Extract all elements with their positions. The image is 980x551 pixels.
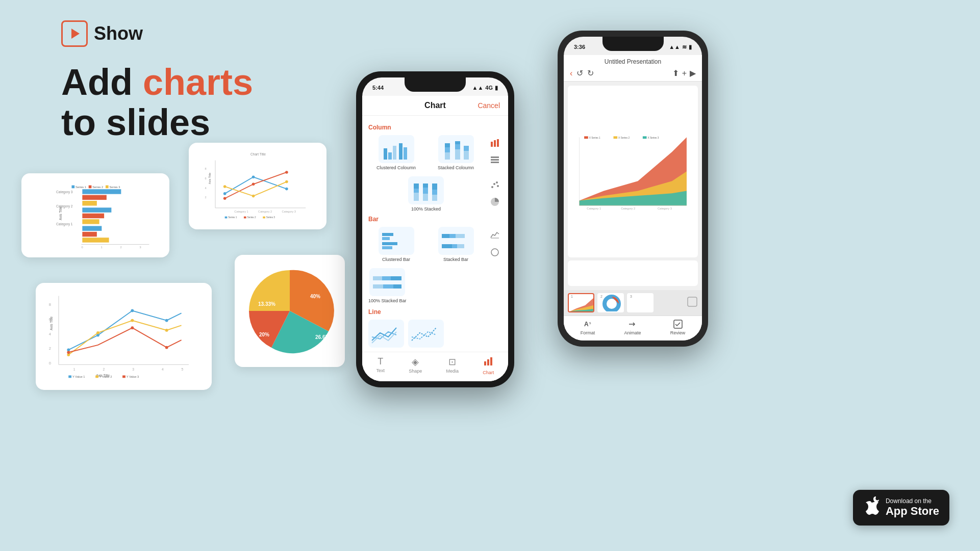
slide-thumb-3[interactable]: 3 (627, 293, 654, 312)
svg-text:X Series 3: X Series 3 (647, 137, 659, 139)
toolbar-media[interactable]: ⊡ Media (446, 356, 459, 375)
back-button[interactable]: ‹ (570, 69, 572, 78)
svg-text:3: 3 (132, 368, 134, 371)
add-button[interactable]: + (682, 69, 687, 78)
chart-item-clustered-column[interactable]: Clustered Coloumn (368, 135, 424, 170)
tab-review[interactable]: Review (670, 319, 686, 335)
chart-picker-cancel[interactable]: Cancel (478, 101, 500, 110)
chart-item-clustered-bar[interactable]: Clustered Bar (368, 227, 424, 262)
signal-icon: ▲▲ (472, 85, 484, 91)
thumb-num-3: 3 (629, 295, 633, 298)
svg-point-72 (131, 326, 134, 329)
slide-canvas[interactable]: Category 1 Category 2 Category 3 X Serie… (568, 86, 698, 257)
status-right-left: ▲▲ 4G ▮ (472, 85, 498, 91)
status-right-right: ▲▲ ≋ ▮ (669, 44, 692, 50)
toolbar-chart[interactable]: Chart (483, 356, 494, 375)
phone-frame-right: 3:36 ▲▲ ≋ ▮ Untitled Presentation ‹ ↺ ↻ (558, 31, 708, 347)
svg-text:Series 1: Series 1 (228, 216, 237, 219)
svg-text:Y Value 2: Y Value 2 (99, 375, 112, 378)
media-icon: ⊡ (448, 356, 456, 368)
phone-notch-right (602, 37, 664, 51)
svg-text:4: 4 (162, 368, 164, 371)
svg-rect-46 (244, 217, 246, 219)
svg-rect-93 (445, 143, 450, 147)
chart-item-stacked-column[interactable]: Stacked Coloumn (428, 135, 484, 170)
slide-thumb-1[interactable]: 1 (568, 293, 594, 312)
chart-item-100-stacked-bar[interactable]: 100% Stacked Bar (368, 268, 407, 303)
appstore-badge[interactable]: Download on the App Store (853, 490, 949, 526)
column-grid: Clustered Coloumn (368, 135, 502, 170)
right-tab-bar: A s Format Animate (564, 316, 702, 340)
svg-rect-9 (82, 219, 99, 224)
area-icon[interactable] (489, 229, 501, 241)
svg-text:2: 2 (205, 196, 207, 199)
svg-rect-44 (225, 217, 228, 219)
chart-item-line2[interactable] (408, 320, 444, 348)
tab-format[interactable]: A s Format (581, 319, 595, 335)
stacked-chart-icon[interactable] (489, 154, 501, 167)
chart-item-100-stacked[interactable]: 100% Stacked (368, 176, 484, 212)
svg-text:8: 8 (205, 167, 207, 170)
svg-rect-91 (445, 152, 450, 160)
chart-item-line1[interactable] (368, 320, 404, 348)
svg-rect-96 (455, 141, 460, 144)
svg-rect-132 (373, 276, 382, 280)
pie-chart-svg: 40% 26.67% 20% 13.33% (244, 265, 336, 357)
svg-rect-121 (382, 246, 392, 249)
svg-rect-88 (393, 146, 396, 160)
svg-point-115 (493, 183, 495, 185)
section-column: Column (368, 124, 502, 131)
shape-icon: ◈ (412, 356, 419, 368)
toolbar-shape[interactable]: ◈ Shape (409, 356, 422, 375)
battery-icon-right: ▮ (689, 44, 692, 50)
thumb-add-btn[interactable] (687, 296, 698, 309)
slide-notes[interactable] (568, 260, 698, 286)
svg-rect-92 (445, 147, 450, 152)
svg-text:26.67%: 26.67% (315, 334, 333, 340)
svg-rect-126 (452, 244, 457, 248)
pie-icon[interactable] (489, 196, 501, 208)
app-header: Untitled Presentation ‹ ↺ ↻ ⬆ + ▶ (564, 55, 702, 82)
thumb-num-2: 2 (599, 295, 604, 298)
svg-rect-20 (89, 186, 92, 189)
svg-point-35 (223, 192, 227, 195)
svg-rect-125 (442, 244, 452, 248)
svg-rect-8 (82, 214, 104, 219)
svg-point-71 (67, 351, 70, 354)
label-clustered-column: Clustered Coloumn (376, 165, 416, 170)
svg-rect-48 (263, 217, 265, 219)
appstore-top-line: Download on the (886, 497, 939, 505)
svg-text:Category 3: Category 3 (56, 190, 73, 194)
svg-text:Category 1: Category 1 (587, 207, 601, 210)
bar-chart-svg: Category 3 Category 2 Category 1 0 1 2 3… (30, 181, 161, 249)
bar-chart-icon[interactable] (489, 137, 501, 149)
section-bar: Bar (368, 216, 502, 223)
text-icon: T (378, 356, 383, 367)
svg-text:Category 2: Category 2 (621, 207, 635, 210)
network-type: 4G (485, 85, 493, 91)
svg-rect-11 (82, 232, 97, 237)
svg-text:Y Value 3: Y Value 3 (127, 375, 139, 378)
slide-thumb-2[interactable]: 2 (597, 293, 624, 312)
chart-picker-body[interactable]: Column (362, 116, 508, 352)
chart-item-stacked-bar[interactable]: Stacked Bar (428, 227, 484, 262)
line-chart-svg-1: Chart Title 8 6 4 2 Category 1 Category … (197, 151, 318, 221)
svg-text:0: 0 (81, 246, 83, 249)
svg-rect-7 (82, 207, 111, 213)
tab-animate[interactable]: Animate (624, 319, 641, 335)
svg-rect-5 (82, 195, 107, 200)
toolbar-text[interactable]: T Text (376, 356, 385, 375)
undo-button[interactable]: ↺ (576, 68, 583, 78)
scatter-icon[interactable] (489, 178, 501, 191)
svg-rect-86 (384, 148, 387, 160)
share-button[interactable]: ⬆ (672, 68, 679, 78)
svg-rect-127 (457, 244, 464, 248)
svg-rect-124 (456, 234, 465, 238)
circle-icon[interactable] (489, 246, 501, 258)
svg-rect-94 (455, 149, 460, 160)
redo-button[interactable]: ↻ (587, 68, 594, 78)
svg-text:8: 8 (49, 302, 51, 307)
hero-section: Show Add charts to slides (61, 20, 253, 143)
play-button[interactable]: ▶ (690, 68, 696, 78)
battery-icon: ▮ (495, 85, 498, 91)
